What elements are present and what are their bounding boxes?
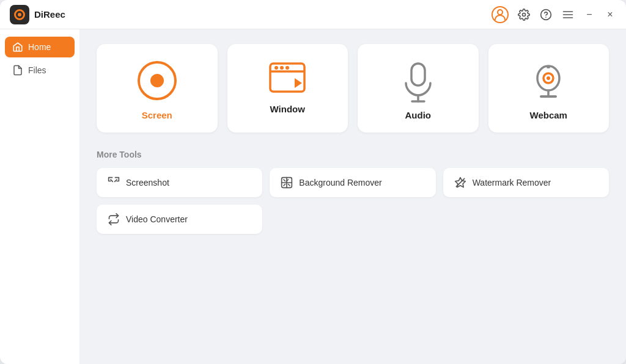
audio-icon xyxy=(400,61,436,100)
mode-cards: Screen Window xyxy=(97,44,609,133)
tool-watermark-remover[interactable]: Watermark Remover xyxy=(443,168,609,197)
svg-point-10 xyxy=(280,66,284,70)
svg-point-9 xyxy=(274,66,278,70)
screenshot-icon xyxy=(108,177,120,189)
close-button[interactable]: × xyxy=(604,9,616,21)
webcam-label: Webcam xyxy=(530,110,567,120)
svg-marker-12 xyxy=(295,78,302,88)
webcam-icon xyxy=(529,61,568,100)
screenshot-label: Screenshot xyxy=(126,178,169,187)
sidebar-files-label: Files xyxy=(28,65,46,75)
minimize-button[interactable]: − xyxy=(583,9,595,21)
app-logo xyxy=(10,5,29,24)
svg-point-11 xyxy=(285,66,289,70)
sidebar-item-files[interactable]: Files xyxy=(5,60,75,81)
background-remover-icon xyxy=(281,177,293,189)
titlebar-actions: − × xyxy=(492,6,616,23)
app-logo-dot xyxy=(18,13,21,16)
menu-icon[interactable] xyxy=(561,8,575,21)
background-remover-label: Background Remover xyxy=(299,178,381,187)
sidebar: Home Files xyxy=(0,29,79,364)
sidebar-item-home[interactable]: Home xyxy=(5,37,75,57)
audio-label: Audio xyxy=(405,110,432,120)
tool-background-remover[interactable]: Background Remover xyxy=(270,168,435,197)
screen-icon-dot xyxy=(150,74,164,87)
watermark-remover-icon xyxy=(454,177,466,189)
main-layout: Home Files Screen xyxy=(0,29,626,364)
app-name: DiReec xyxy=(34,9,65,20)
svg-point-0 xyxy=(498,10,503,15)
settings-icon[interactable] xyxy=(517,8,531,21)
more-tools-title: More Tools xyxy=(97,150,609,159)
watermark-remover-label: Watermark Remover xyxy=(473,178,551,187)
help-icon[interactable] xyxy=(539,8,553,21)
tool-screenshot[interactable]: Screenshot xyxy=(97,168,262,197)
tools-grid: Screenshot Background Remover xyxy=(97,168,609,234)
titlebar-left: DiReec xyxy=(10,5,65,24)
content-area: Screen Window xyxy=(79,29,626,364)
titlebar: DiReec xyxy=(0,0,626,29)
svg-rect-21 xyxy=(547,65,550,68)
screen-icon xyxy=(138,61,177,100)
sidebar-home-label: Home xyxy=(28,42,51,52)
svg-point-18 xyxy=(547,76,550,80)
tool-video-converter[interactable]: Video Converter xyxy=(97,205,262,234)
mode-card-screen[interactable]: Screen xyxy=(97,44,218,133)
mode-card-window[interactable]: Window xyxy=(227,44,348,133)
app-logo-ring xyxy=(14,9,25,20)
svg-rect-13 xyxy=(411,64,425,86)
mode-card-webcam[interactable]: Webcam xyxy=(488,44,609,133)
more-tools-section: More Tools Screenshot xyxy=(97,150,609,234)
window-icon xyxy=(268,61,307,94)
screen-label: Screen xyxy=(142,110,172,120)
video-converter-label: Video Converter xyxy=(126,214,188,224)
profile-button[interactable] xyxy=(492,6,509,23)
mode-card-audio[interactable]: Audio xyxy=(358,44,479,133)
window-label: Window xyxy=(270,104,305,114)
svg-point-1 xyxy=(523,13,526,16)
video-converter-icon xyxy=(108,213,120,225)
